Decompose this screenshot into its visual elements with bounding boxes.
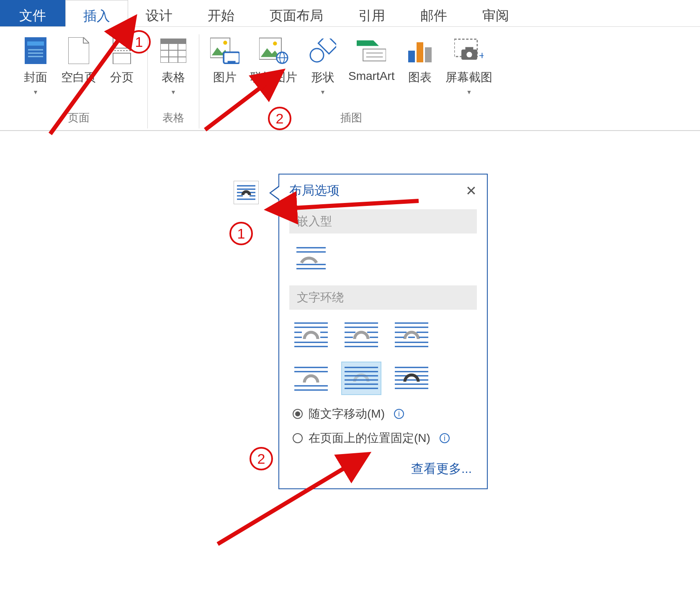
svg-rect-28 bbox=[408, 51, 415, 62]
svg-rect-17 bbox=[228, 61, 236, 64]
dropdown-caret-icon: ▼ bbox=[33, 89, 39, 95]
radio-unchecked-icon bbox=[293, 433, 303, 443]
annotation-circle-1-bottom: 1 bbox=[229, 222, 253, 245]
wrap-option-inline[interactable] bbox=[291, 241, 331, 275]
tab-home[interactable]: 开始 bbox=[190, 0, 252, 26]
dropdown-caret-icon: ▼ bbox=[320, 89, 326, 95]
tab-references[interactable]: 引用 bbox=[341, 0, 403, 26]
svg-rect-5 bbox=[113, 37, 131, 48]
blank-page-icon bbox=[64, 36, 93, 65]
tab-file[interactable]: 文件 bbox=[0, 0, 65, 26]
cover-page-icon bbox=[21, 36, 50, 65]
popup-title: 布局选项 bbox=[289, 182, 340, 199]
picture-icon bbox=[210, 36, 239, 65]
group-tables: 表格 ▼ 表格 bbox=[147, 34, 199, 128]
chart-icon bbox=[405, 36, 435, 65]
screenshot-icon: + bbox=[454, 36, 484, 65]
dropdown-caret-icon: ▼ bbox=[170, 89, 176, 95]
dropdown-caret-icon: ▼ bbox=[466, 89, 472, 95]
see-more-link[interactable]: 查看更多... bbox=[279, 450, 487, 480]
layout-options-popup: 布局选项 ✕ 嵌入型 文字环绕 bbox=[278, 174, 488, 489]
group-label-tables: 表格 bbox=[156, 110, 190, 128]
wrap-option-tight[interactable] bbox=[341, 317, 381, 351]
tab-design[interactable]: 设计 bbox=[128, 0, 190, 26]
wrap-option-through[interactable] bbox=[391, 317, 432, 351]
tab-review[interactable]: 审阅 bbox=[465, 0, 527, 26]
radio-fix-label: 在页面上的位置固定(N) bbox=[309, 430, 430, 446]
svg-rect-34 bbox=[466, 47, 474, 50]
svg-rect-0 bbox=[25, 37, 46, 64]
shapes-button[interactable]: 形状 ▼ bbox=[306, 34, 340, 97]
section-wrap-label: 文字环绕 bbox=[289, 285, 477, 310]
group-pages: 封面 ▼ 空白页 bbox=[10, 34, 147, 128]
svg-point-24 bbox=[310, 49, 324, 62]
svg-rect-25 bbox=[363, 49, 386, 61]
ribbon-body: 封面 ▼ 空白页 bbox=[0, 27, 700, 131]
smartart-icon bbox=[357, 36, 386, 65]
tab-mailings[interactable]: 邮件 bbox=[403, 0, 465, 26]
svg-text:+: + bbox=[479, 49, 484, 62]
page-break-icon bbox=[107, 36, 136, 65]
blank-page-button[interactable]: 空白页 bbox=[59, 34, 99, 87]
wrap-option-in-front-of-text[interactable] bbox=[391, 362, 432, 395]
table-button[interactable]: 表格 ▼ bbox=[156, 34, 190, 97]
wrap-option-behind-text[interactable] bbox=[341, 362, 381, 395]
group-label-illustrations: 插图 bbox=[208, 110, 495, 128]
svg-rect-1 bbox=[27, 41, 44, 46]
svg-rect-6 bbox=[113, 53, 131, 64]
group-label-pages: 页面 bbox=[18, 110, 139, 128]
layout-options-icon bbox=[237, 184, 255, 201]
picture-button[interactable]: 图片 bbox=[208, 34, 242, 87]
svg-point-33 bbox=[467, 52, 472, 57]
smartart-button[interactable]: SmartArt bbox=[346, 34, 397, 85]
info-icon[interactable]: i bbox=[394, 409, 404, 419]
tab-layout[interactable]: 页面布局 bbox=[252, 0, 341, 26]
section-inline-label: 嵌入型 bbox=[289, 209, 477, 234]
ribbon-tabs: 文件 插入 设计 开始 页面布局 引用 邮件 审阅 bbox=[0, 0, 700, 27]
svg-point-15 bbox=[223, 41, 227, 44]
online-picture-icon bbox=[259, 36, 288, 65]
radio-checked-icon bbox=[293, 409, 303, 419]
radio-fix-position[interactable]: 在页面上的位置固定(N) i bbox=[279, 426, 487, 450]
info-icon[interactable]: i bbox=[440, 433, 450, 443]
shapes-icon bbox=[308, 36, 337, 65]
wrap-option-square[interactable] bbox=[291, 317, 331, 351]
tab-insert[interactable]: 插入 bbox=[65, 0, 128, 27]
cover-page-button[interactable]: 封面 ▼ bbox=[18, 34, 53, 97]
chart-button[interactable]: 图表 bbox=[403, 34, 437, 87]
radio-move-with-text[interactable]: 随文字移动(M) i bbox=[279, 402, 487, 426]
svg-point-19 bbox=[273, 41, 277, 45]
svg-rect-29 bbox=[417, 42, 423, 62]
radio-move-label: 随文字移动(M) bbox=[309, 406, 385, 422]
svg-rect-8 bbox=[160, 39, 186, 44]
close-button[interactable]: ✕ bbox=[466, 183, 477, 199]
svg-rect-9 bbox=[160, 44, 186, 63]
wrap-option-top-bottom[interactable] bbox=[291, 362, 331, 395]
group-illustrations: 图片 联机图片 bbox=[199, 34, 503, 128]
page-break-button[interactable]: 分页 bbox=[105, 34, 139, 87]
online-picture-button[interactable]: 联机图片 bbox=[248, 34, 300, 87]
annotation-circle-2-bottom: 2 bbox=[250, 447, 273, 470]
layout-options-button[interactable] bbox=[234, 181, 259, 204]
svg-rect-30 bbox=[425, 47, 432, 62]
screenshot-button[interactable]: + 屏幕截图 ▼ bbox=[443, 34, 495, 97]
table-icon bbox=[159, 36, 188, 65]
